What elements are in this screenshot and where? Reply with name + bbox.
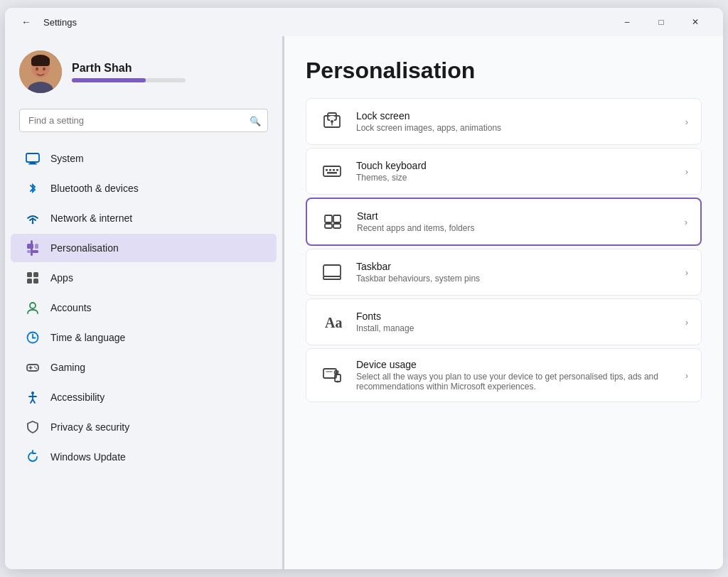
settings-item-device-usage[interactable]: Device usage Select all the ways you pla… [306, 348, 702, 402]
svg-rect-8 [30, 162, 36, 163]
settings-item-start[interactable]: Start Recent apps and items, folders › [306, 198, 702, 246]
touch-keyboard-chevron: › [685, 166, 688, 177]
settings-list: Lock screen Lock screen images, apps, an… [306, 98, 702, 402]
network-icon [25, 210, 41, 226]
svg-rect-37 [326, 169, 328, 171]
search-box: 🔍 [19, 109, 268, 132]
settings-item-lock-screen[interactable]: Lock screen Lock screen images, apps, an… [306, 98, 702, 145]
svg-rect-9 [28, 163, 37, 165]
user-section: Parth Shah [5, 43, 282, 106]
system-icon [25, 151, 41, 166]
sidebar: Parth Shah 🔍 [5, 36, 282, 569]
fonts-icon: Aa [319, 309, 345, 335]
svg-rect-16 [33, 272, 38, 277]
svg-point-19 [30, 303, 36, 308]
sidebar-item-time[interactable]: Time & language [11, 323, 277, 352]
taskbar-subtitle: Taskbar behaviours, system pins [356, 274, 674, 284]
progress-bar-container [72, 78, 186, 82]
sidebar-label-network: Network & internet [50, 212, 132, 224]
device-usage-icon [319, 362, 345, 388]
svg-line-30 [33, 399, 35, 403]
sidebar-item-gaming[interactable]: Gaming [11, 353, 277, 382]
sidebar-label-system: System [50, 153, 84, 164]
svg-rect-7 [26, 153, 39, 162]
sidebar-item-personalisation[interactable]: Personalisation [11, 234, 277, 262]
sidebar-label-accessibility: Accessibility [50, 392, 105, 403]
search-input[interactable] [19, 109, 268, 132]
sidebar-label-personalisation: Personalisation [50, 242, 119, 254]
sidebar-item-accounts[interactable]: Accounts [11, 293, 277, 322]
settings-item-fonts[interactable]: Aa Fonts Install, manage › [306, 298, 702, 345]
touch-keyboard-subtitle: Themes, size [356, 173, 674, 183]
svg-point-24 [34, 367, 36, 368]
titlebar: ← Settings – □ ✕ [5, 8, 723, 36]
start-icon [320, 209, 346, 234]
svg-rect-40 [336, 169, 338, 171]
taskbar-text: Taskbar Taskbar behaviours, system pins [356, 261, 674, 284]
close-button[interactable]: ✕ [679, 11, 712, 33]
username: Parth Shah [72, 62, 186, 75]
sidebar-label-update: Windows Update [50, 451, 126, 463]
svg-point-51 [337, 381, 339, 383]
sidebar-item-network[interactable]: Network & internet [11, 204, 277, 232]
svg-rect-39 [333, 169, 335, 171]
svg-rect-44 [325, 224, 332, 228]
sidebar-item-bluetooth[interactable]: Bluetooth & devices [11, 174, 277, 203]
settings-item-touch-keyboard[interactable]: Touch keyboard Themes, size › [306, 148, 702, 195]
sidebar-item-privacy[interactable]: Privacy & security [11, 413, 277, 441]
time-icon [25, 330, 41, 345]
taskbar-icon [319, 259, 345, 285]
sidebar-item-system[interactable]: System [11, 144, 277, 173]
user-info: Parth Shah [72, 62, 186, 82]
svg-point-4 [36, 68, 38, 71]
accounts-icon [25, 300, 41, 316]
svg-rect-12 [35, 244, 38, 249]
update-icon [25, 449, 41, 465]
settings-item-taskbar[interactable]: Taskbar Taskbar behaviours, system pins … [306, 249, 702, 296]
back-button[interactable]: ← [16, 12, 36, 32]
page-title: Personalisation [306, 58, 702, 84]
window-content: Parth Shah 🔍 [5, 36, 723, 569]
fonts-title: Fonts [356, 311, 674, 322]
lock-screen-text: Lock screen Lock screen images, apps, an… [356, 110, 674, 133]
avatar[interactable] [19, 50, 62, 93]
user-row: Parth Shah [19, 50, 268, 93]
start-text: Start Recent apps and items, folders [357, 210, 673, 233]
personalisation-icon [25, 240, 41, 256]
accessibility-icon [25, 389, 41, 405]
touch-keyboard-title: Touch keyboard [356, 160, 674, 171]
svg-rect-41 [327, 172, 337, 174]
maximize-button[interactable]: □ [645, 11, 678, 33]
svg-point-5 [43, 68, 46, 71]
start-chevron: › [685, 217, 687, 227]
minimize-button[interactable]: – [611, 11, 643, 33]
sidebar-item-update[interactable]: Windows Update [11, 443, 277, 471]
lock-screen-subtitle: Lock screen images, apps, animations [356, 123, 674, 133]
device-usage-chevron: › [685, 370, 688, 381]
avatar-image [19, 50, 62, 93]
touch-keyboard-icon [319, 158, 345, 184]
svg-rect-42 [325, 215, 332, 222]
start-title: Start [357, 210, 673, 222]
sidebar-item-accessibility[interactable]: Accessibility [11, 383, 277, 411]
device-usage-subtitle: Select all the ways you plan to use your… [356, 372, 674, 392]
svg-rect-46 [323, 265, 341, 276]
lock-screen-title: Lock screen [356, 110, 674, 122]
window-controls: – □ ✕ [611, 11, 712, 33]
svg-rect-33 [330, 116, 334, 121]
start-subtitle: Recent apps and items, folders [357, 223, 673, 233]
sidebar-label-bluetooth: Bluetooth & devices [50, 183, 139, 194]
svg-rect-38 [329, 169, 331, 171]
sidebar-item-apps[interactable]: Apps [11, 264, 277, 292]
sidebar-label-apps: Apps [50, 272, 73, 284]
lock-screen-chevron: › [685, 117, 688, 127]
svg-rect-14 [32, 250, 38, 253]
search-icon: 🔍 [250, 115, 261, 126]
apps-icon [25, 270, 41, 286]
active-indicator [31, 240, 33, 256]
device-usage-text: Device usage Select all the ways you pla… [356, 359, 674, 392]
progress-bar [72, 78, 146, 82]
titlebar-left: ← Settings [16, 12, 77, 32]
taskbar-title: Taskbar [356, 261, 674, 272]
svg-rect-17 [27, 279, 32, 284]
